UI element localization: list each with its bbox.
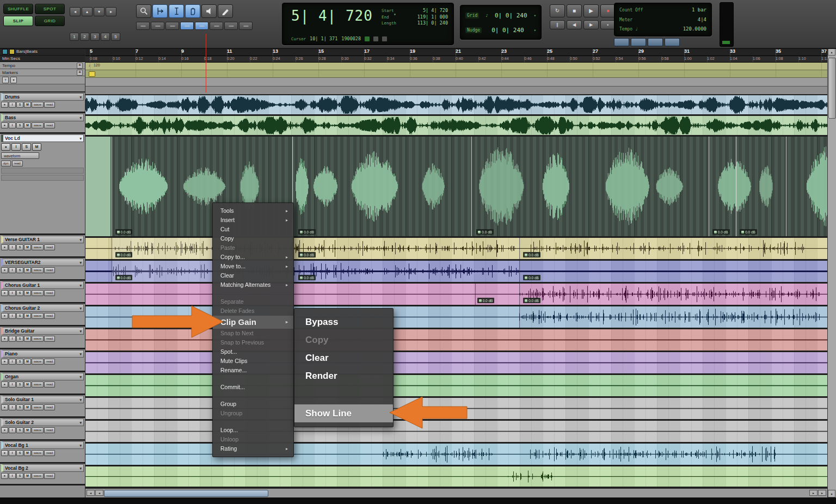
zoom-down-arrow[interactable]: ▾	[94, 7, 104, 16]
menu-item-rating[interactable]: Rating▸	[213, 444, 293, 453]
clip-gain-badge[interactable]: 0.0 dB	[115, 229, 133, 235]
track-lane-voc-ld[interactable]: 0.0 dB0.0 dB0.0 dB0.0 dB0.0 dB	[85, 137, 827, 238]
track-button-0[interactable]: ●	[1, 267, 8, 273]
menu-item-insert[interactable]: Insert▸	[213, 216, 293, 225]
midi-merge-button[interactable]	[648, 38, 663, 46]
track-automation-chip[interactable]: read	[44, 122, 55, 128]
scroll-left-button[interactable]: ◂	[87, 490, 95, 496]
add-tempo-button[interactable]: +	[77, 63, 83, 69]
edit-mode-spot[interactable]: SPOT	[35, 4, 65, 14]
scroll-right2-button[interactable]: ▸	[809, 490, 817, 496]
track-automation-chip[interactable]: read	[44, 450, 55, 456]
track-name-verse-guitar-1[interactable]: Verse GUITAR 1▾	[1, 236, 84, 243]
track-button-1[interactable]: I	[9, 450, 16, 456]
nudge-dropdown-icon[interactable]: ▾	[534, 28, 536, 33]
track-view-chip[interactable]: wave	[32, 122, 44, 128]
track-dyn-chip[interactable]: dyn	[1, 161, 11, 167]
length-value[interactable]: 113| 0| 240	[417, 20, 448, 27]
track-view-chip[interactable]: wave	[32, 473, 44, 479]
track-button-0[interactable]: ●	[1, 427, 8, 433]
track-options-arrow[interactable]: ▾	[79, 465, 82, 472]
edit-mode-slip[interactable]: SLIP	[3, 16, 33, 26]
track-options-arrow[interactable]: ▾	[79, 259, 82, 266]
track-automation-chip[interactable]: read	[44, 336, 55, 342]
track-button-3[interactable]: M	[24, 290, 31, 296]
track-button-1[interactable]: I	[9, 290, 16, 296]
edit-mode-grid[interactable]: GRID	[35, 16, 65, 26]
waveform-solo-guitar-1[interactable]	[85, 398, 827, 419]
track-name-solo-guitar-2[interactable]: Solo Guitar 2▾	[1, 419, 84, 426]
clip-gain-badge[interactable]: 0.0 dB	[740, 229, 757, 235]
track-automation-chip[interactable]: read	[44, 290, 55, 296]
track-automation-chip[interactable]: read	[44, 473, 55, 479]
ruler-label-tempo[interactable]: Tempo+	[0, 62, 85, 69]
track-view-chip[interactable]: wave	[32, 244, 44, 250]
track-button-2[interactable]: S	[16, 267, 23, 273]
clip-gain-badge[interactable]: 0.0 dB	[298, 252, 316, 257]
horizontal-scroll-thumb[interactable]	[104, 490, 268, 497]
track-lane-solo-guitar-2[interactable]	[85, 421, 827, 444]
end-value[interactable]: 119| 1| 000	[417, 14, 448, 21]
track-button-3[interactable]: M	[24, 102, 31, 108]
menu-item-spot[interactable]: Spot...	[213, 347, 293, 357]
track-name-solo-guitar-1[interactable]: Solo Guitar 1▾	[1, 396, 84, 403]
track-button-0[interactable]: ●	[1, 143, 10, 151]
submenu-item-render[interactable]: Render	[294, 367, 393, 385]
markers-ruler[interactable]	[85, 70, 827, 78]
track-options-arrow[interactable]: ▾	[79, 94, 82, 101]
waveform-organ[interactable]	[85, 375, 827, 396]
track-button-2[interactable]: S	[16, 244, 23, 250]
track-button-2[interactable]: S	[22, 143, 31, 151]
track-view-chip[interactable]: wave	[32, 336, 44, 342]
track-view-chip[interactable]: wave	[32, 313, 44, 319]
grabber-tool[interactable]	[185, 4, 200, 18]
clip-gain-badge[interactable]: 0.0 dB	[476, 229, 494, 235]
track-options-arrow[interactable]: ▾	[79, 419, 82, 426]
track-automation-chip[interactable]: read	[12, 161, 23, 167]
submenu-item-clear[interactable]: Clear	[294, 349, 393, 367]
zoom-preset-2[interactable]: 2	[80, 33, 89, 41]
edit-aux-button-5[interactable]	[210, 22, 223, 30]
session-value[interactable]: 1 bar	[692, 5, 706, 15]
track-button-0[interactable]: ●	[1, 404, 8, 410]
track-button-0[interactable]: ●	[1, 473, 8, 479]
clip-gain-badge[interactable]: 0.0 dB	[477, 298, 495, 303]
edit-mode-shuffle[interactable]: SHUFFLE	[3, 4, 33, 14]
edit-aux-button-1[interactable]	[151, 22, 164, 30]
edit-aux-button-0[interactable]	[136, 22, 150, 30]
track-button-0[interactable]: ●	[1, 290, 8, 296]
track-lane-drums[interactable]	[85, 95, 827, 116]
track-options-arrow[interactable]: ▾	[79, 442, 82, 449]
ruler-label-min-secs[interactable]: Min:Secs	[0, 56, 85, 62]
track-lane-bass[interactable]	[85, 116, 827, 137]
waveform-bridge-guitar[interactable]	[85, 329, 827, 351]
pause-button[interactable]: ∥	[550, 20, 565, 29]
track-button-2[interactable]: S	[16, 313, 23, 319]
track-button-3[interactable]: M	[24, 427, 31, 433]
track-button-3[interactable]: M	[32, 143, 41, 151]
track-lane-chorus-guitar-1[interactable]: 0.0 dB0.0 dB	[85, 284, 827, 306]
track-button-3[interactable]: M	[24, 359, 31, 365]
track-automation-chip[interactable]: read	[44, 267, 55, 273]
clip-gain-badge[interactable]: 0.0 dB	[712, 229, 730, 235]
online-button[interactable]: ↻	[550, 4, 565, 17]
waveform-vocal-bg-1[interactable]	[85, 444, 827, 465]
track-lane-vocal-bg-1[interactable]	[85, 444, 827, 466]
waveform-bass[interactable]	[85, 116, 827, 135]
track-button-1[interactable]: I	[9, 427, 16, 433]
track-name-voc-ld[interactable]: Voc Ld▾	[1, 134, 84, 142]
track-button-3[interactable]: M	[24, 450, 31, 456]
grid-dropdown-icon[interactable]: ▾	[534, 14, 536, 18]
menu-item-matching-alternates[interactable]: Matching Alternates▸	[213, 280, 293, 290]
track-button-1[interactable]: I	[9, 382, 16, 388]
song-start-marker[interactable]	[89, 71, 95, 77]
track-view-chip[interactable]: wave	[32, 102, 44, 108]
track-name-vocal-bg-2[interactable]: Vocal Bg 2▾	[1, 464, 84, 472]
zoom-up-arrow[interactable]: ▴	[82, 7, 93, 16]
ruler-label-markers[interactable]: Markers+	[0, 69, 85, 76]
track-view-chip[interactable]: wave	[32, 382, 44, 388]
submenu-item-show-line[interactable]: Show Line	[294, 404, 393, 422]
track-button-1[interactable]: I	[11, 143, 21, 151]
track-height-button[interactable]: T	[2, 77, 9, 83]
track-view-chip[interactable]: wave	[32, 267, 44, 273]
